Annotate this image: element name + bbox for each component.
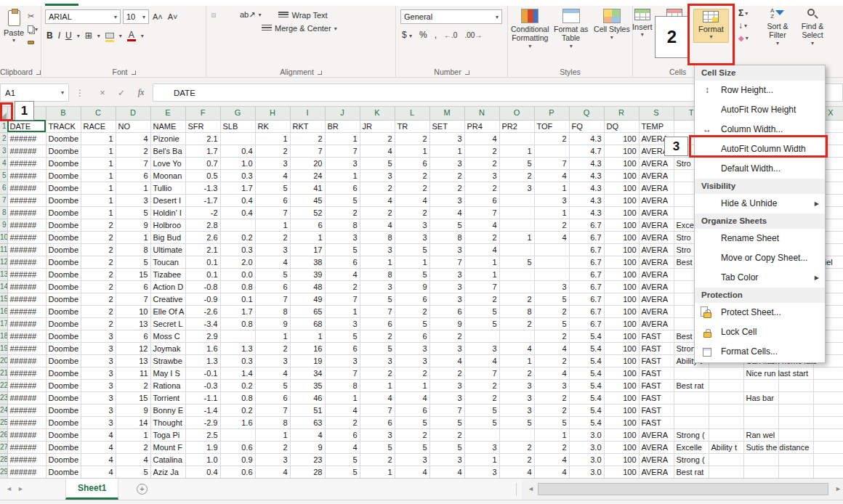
cell-M26[interactable]: 2 xyxy=(429,428,464,441)
cell-L3[interactable]: 1 xyxy=(395,145,429,157)
cell-J4[interactable]: 3 xyxy=(325,157,360,169)
cell-N19[interactable]: 3 xyxy=(464,342,499,354)
cell-K15[interactable]: 5 xyxy=(360,293,395,305)
cell-D7[interactable]: 3 xyxy=(116,194,150,206)
cell-N16[interactable]: 5 xyxy=(464,305,499,317)
cell-K8[interactable]: 2 xyxy=(360,206,395,219)
cell-H6[interactable]: 5 xyxy=(255,182,290,194)
cell-C10[interactable]: 2 xyxy=(81,231,116,243)
cell-D27[interactable]: 2 xyxy=(116,441,150,453)
cell-G2[interactable] xyxy=(220,132,255,145)
cell-K18[interactable]: 2 xyxy=(360,330,395,342)
cell-L12[interactable]: 1 xyxy=(395,256,429,268)
cell-R19[interactable]: 100 xyxy=(604,342,639,354)
cell-C13[interactable]: 2 xyxy=(81,268,116,280)
column-header-K[interactable]: K xyxy=(360,107,395,120)
cell-F21[interactable]: -0.1 xyxy=(185,367,220,379)
cell-I10[interactable]: 1 xyxy=(290,231,325,243)
cell-G13[interactable]: 0.0 xyxy=(220,268,255,280)
cell-M12[interactable]: 7 xyxy=(429,256,464,268)
cell-G7[interactable]: 0.4 xyxy=(220,194,255,206)
cell-S29[interactable]: AVERA xyxy=(639,466,674,478)
cell-T25[interactable] xyxy=(674,416,709,428)
cell-F13[interactable]: 0.1 xyxy=(185,268,220,280)
column-header-Q[interactable]: Q xyxy=(569,107,604,120)
cell-S15[interactable]: AVERA xyxy=(639,293,674,305)
cell-F3[interactable]: 1.7 xyxy=(185,145,220,157)
increase-decimal-button[interactable]: ←.0 xyxy=(444,31,457,39)
merge-center-button[interactable]: Merge & Center▾ xyxy=(262,24,337,33)
cell-Q26[interactable]: 3.0 xyxy=(569,428,604,441)
cell-S20[interactable]: FAST xyxy=(639,354,674,367)
autosum-button[interactable]: Σ▾ xyxy=(738,8,760,18)
decrease-indent-button[interactable] xyxy=(240,27,243,30)
dialog-launcher-icon[interactable] xyxy=(132,70,136,75)
cell-N15[interactable]: 2 xyxy=(464,293,499,305)
cell-D3[interactable]: 2 xyxy=(116,145,150,157)
cell-F24[interactable]: -1.4 xyxy=(185,404,220,416)
cell-V28[interactable] xyxy=(743,453,778,466)
cell-M14[interactable]: 3 xyxy=(429,280,464,293)
cell-E5[interactable]: Moonan xyxy=(150,169,185,182)
cell-J20[interactable]: 3 xyxy=(325,354,360,367)
cell-L21[interactable]: 2 xyxy=(395,367,429,379)
cell-D5[interactable]: 6 xyxy=(116,169,150,182)
cell-E22[interactable]: Rationa xyxy=(150,379,185,391)
cell-L17[interactable]: 5 xyxy=(395,317,429,330)
cell-E14[interactable]: Action D xyxy=(150,280,185,293)
cell-L14[interactable]: 9 xyxy=(395,280,429,293)
cell-T24[interactable] xyxy=(674,404,709,416)
cell-A3[interactable]: ###### xyxy=(7,145,46,157)
cell-E24[interactable]: Bonny E xyxy=(150,404,185,416)
cell-O4[interactable]: 5 xyxy=(499,157,534,169)
cell-C7[interactable]: 1 xyxy=(81,194,116,206)
cell-K27[interactable]: 5 xyxy=(360,441,395,453)
cell-V25[interactable] xyxy=(743,416,778,428)
cell-R11[interactable]: 100 xyxy=(604,243,639,256)
cell-R14[interactable]: 100 xyxy=(604,280,639,293)
cell-E25[interactable]: Thought xyxy=(150,416,185,428)
cell-L24[interactable]: 6 xyxy=(395,404,429,416)
cell-C17[interactable]: 2 xyxy=(81,317,116,330)
cell-M16[interactable]: 6 xyxy=(429,305,464,317)
cell-C1[interactable]: RACE xyxy=(81,120,116,132)
cell-Q3[interactable]: 4.7 xyxy=(569,145,604,157)
cell-B11[interactable]: Doombe xyxy=(46,243,81,256)
cell-I7[interactable]: 45 xyxy=(290,194,325,206)
cell-E2[interactable]: Pizonie xyxy=(150,132,185,145)
fill-button[interactable]: ↓▾ xyxy=(738,20,760,31)
cell-K25[interactable]: 6 xyxy=(360,416,395,428)
cell-S25[interactable]: FAST xyxy=(639,416,674,428)
cell-A20[interactable]: ###### xyxy=(7,354,46,367)
cell-O23[interactable]: 3 xyxy=(499,391,534,404)
cell-F10[interactable]: 2.6 xyxy=(185,231,220,243)
cell-M23[interactable]: 3 xyxy=(429,391,464,404)
cell-A4[interactable]: ###### xyxy=(7,157,46,169)
cell-R18[interactable]: 100 xyxy=(604,330,639,342)
cell-I15[interactable]: 49 xyxy=(290,293,325,305)
cell-E3[interactable]: Bel's Ba xyxy=(150,145,185,157)
cell-B15[interactable]: Doombe xyxy=(46,293,81,305)
cell-M29[interactable]: 4 xyxy=(429,466,464,478)
cell-P2[interactable]: 2 xyxy=(534,132,569,145)
cell-S24[interactable]: FAST xyxy=(639,404,674,416)
cell-P27[interactable]: 2 xyxy=(534,441,569,453)
sheet-tab-sheet1[interactable]: Sheet1 xyxy=(65,479,118,500)
cell-E26[interactable]: Toga Pi xyxy=(150,428,185,441)
cell-A10[interactable]: ###### xyxy=(7,231,46,243)
cell-K20[interactable]: 3 xyxy=(360,354,395,367)
cell-H20[interactable]: 3 xyxy=(255,354,290,367)
cell-B23[interactable]: Doombe xyxy=(46,391,81,404)
cell-C24[interactable]: 3 xyxy=(81,404,116,416)
cell-E6[interactable]: Tullio xyxy=(150,182,185,194)
cell-N24[interactable]: 5 xyxy=(464,404,499,416)
cell-I28[interactable]: 23 xyxy=(290,453,325,466)
cell-M21[interactable]: 2 xyxy=(429,367,464,379)
cell-A18[interactable]: ###### xyxy=(7,330,46,342)
cell-N1[interactable]: PR4 xyxy=(464,120,499,132)
number-format-select[interactable]: General▾ xyxy=(400,9,502,24)
cell-B17[interactable]: Doombe xyxy=(46,317,81,330)
cell-O7[interactable] xyxy=(499,194,534,206)
cell-H27[interactable]: 2 xyxy=(255,441,290,453)
cell-O15[interactable]: 2 xyxy=(499,293,534,305)
